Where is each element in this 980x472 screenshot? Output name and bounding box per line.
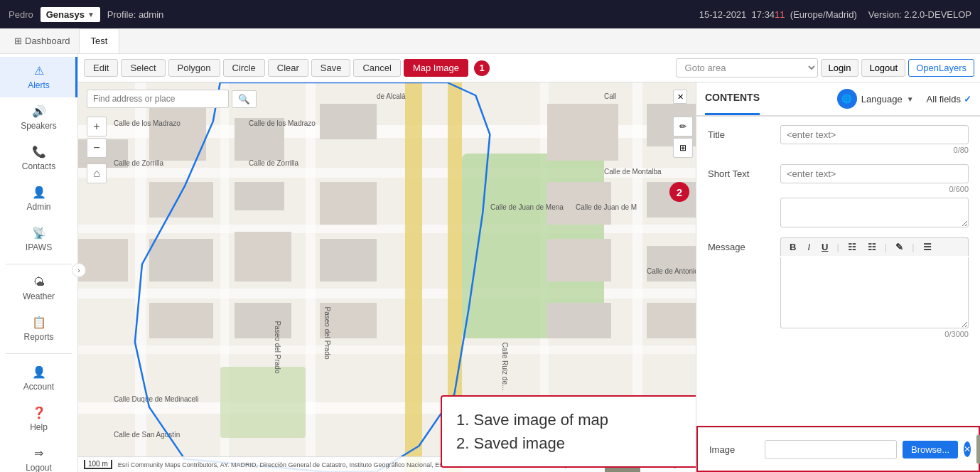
app-selector[interactable]: Genasys ▼ [41,7,100,22]
login-button[interactable]: Login [821,59,859,77]
help-icon: ❓ [32,406,46,419]
unordered-list-button[interactable]: ☷ [863,240,881,254]
contacts-icon: 📞 [32,145,46,159]
browse-button[interactable]: Browse... [903,441,958,458]
layers-button[interactable]: ⊞ [673,138,693,158]
msg-separator-2: | [885,242,887,252]
tabbar: ⊞ Dashboard Test [0,28,980,54]
right-panel: CONTENTS 🌐 Language ▼ All fields ✓ [696,82,980,472]
sidebar-item-help[interactable]: ❓ Help [0,399,77,439]
home-button[interactable]: ⌂ [87,163,107,183]
map-area[interactable]: 🔍 ✕ + − ⌂ ✏ ⊞ Calle de los Madrazo Calle [78,82,696,472]
msg-separator-1: | [836,242,839,252]
all-fields-label: All fields ✓ [927,94,971,104]
zoom-out-button[interactable]: − [87,138,107,158]
circle-button[interactable]: Circle [223,59,265,77]
sidebar-item-speakers[interactable]: 🔊 Speakers [0,97,77,138]
alerts-icon: ⚠ [34,64,44,77]
account-icon: 👤 [32,365,46,379]
sidebar-item-weather[interactable]: 🌤 Weather [0,269,77,309]
topbar-version: Version: 2.2.0-DEVELOP [868,9,971,20]
italic-button[interactable]: I [803,240,814,254]
ipaws-icon: 📡 [32,226,46,240]
image-section: Image Browse... ✕ [696,426,980,472]
language-dropdown-arrow[interactable]: ▼ [907,95,914,103]
sidebar-divider-1 [6,264,72,264]
logout-button[interactable]: Logout [861,59,905,77]
save-button[interactable]: Save [311,59,351,77]
edit-button[interactable]: Edit [84,59,118,77]
topbar-username: Pedro [9,9,33,20]
map-corner-buttons: ✏ ⊞ [673,117,693,158]
sidebar-alerts-label: Alerts [28,80,50,90]
map-search-input[interactable] [87,90,229,108]
sidebar-item-contacts[interactable]: 📞 Contacts [0,138,77,178]
sidebar: › ⚠ Alerts 🔊 Speakers 📞 Contacts 👤 Admin… [0,54,78,472]
polygon-button[interactable]: Polygon [168,59,220,77]
sidebar-item-ipaws[interactable]: 📡 IPAWS [0,219,77,259]
sidebar-help-label: Help [30,422,48,432]
image-preview [976,435,980,463]
select-button[interactable]: Select [121,59,165,77]
app-name: Genasys [46,9,85,20]
short-text-input[interactable] [780,164,969,183]
topbar-datetime: 15-12-2021 17:3411 (Europe/Madrid) [699,9,857,20]
map-callout: 1. Save image of map 2. Saved image [441,395,696,468]
clear-image-button[interactable]: ✕ [964,441,971,457]
sidebar-account-label: Account [23,382,54,392]
panel-header: CONTENTS 🌐 Language ▼ All fields ✓ [696,82,980,117]
contents-tab[interactable]: CONTENTS [705,82,760,115]
admin-icon: 👤 [32,186,46,199]
edit-map-button[interactable]: ✏ [673,117,693,136]
map-search-bar: 🔍 [87,90,257,108]
map-scale: 100 m [84,460,112,469]
zoom-in-button[interactable]: + [87,117,107,136]
image-path-input[interactable] [765,440,897,459]
sidebar-reports-label: Reports [23,332,53,342]
topbar-profile: Profile: admin [107,9,163,20]
sidebar-toggle[interactable]: › [72,263,86,277]
underline-button[interactable]: U [817,240,832,254]
callout-line2: 2. Saved image [456,431,695,455]
callout-text: 1. Save image of map 2. Saved image [456,408,695,455]
topbar: Pedro Genasys ▼ Profile: admin 15-12-202… [0,0,980,28]
message-textarea[interactable] [780,257,969,328]
ordered-list-button[interactable]: ☷ [844,240,861,254]
sidebar-item-account[interactable]: 👤 Account [0,358,77,399]
sidebar-item-admin[interactable]: 👤 Admin [0,178,77,219]
align-button[interactable]: ☰ [919,240,936,254]
map-toolbar: Edit Select Polygon Circle Clear Save Ca… [78,54,980,82]
short-text-field-row: Short Text 0/600 [708,164,969,227]
sidebar-weather-label: Weather [23,291,55,301]
openlayers-button[interactable]: OpenLayers [908,59,974,77]
weather-icon: 🌤 [33,276,45,289]
bold-button[interactable]: B [785,240,800,254]
sidebar-item-reports[interactable]: 📋 Reports [0,309,77,349]
map-search-button[interactable]: 🔍 [232,90,257,108]
map-attribution: Esri Community Maps Contributors, AY. MA… [118,461,473,468]
sidebar-item-logout[interactable]: ⇒ Logout [0,439,77,472]
clear-button[interactable]: Clear [268,59,308,77]
short-text-textarea[interactable] [780,198,969,227]
format-button[interactable]: ✎ [891,240,908,254]
title-field-row: Title 0/80 [708,125,969,154]
badge-2: 2 [669,182,689,202]
content-area: Edit Select Polygon Circle Clear Save Ca… [78,54,980,472]
cancel-button[interactable]: Cancel [353,59,400,77]
sidebar-item-alerts[interactable]: ⚠ Alerts [0,57,77,97]
tab-test[interactable]: Test [79,28,120,53]
title-input[interactable] [780,125,969,144]
sidebar-admin-label: Admin [26,202,50,212]
sidebar-contacts-label: Contacts [22,161,55,171]
map-close-button[interactable]: ✕ [673,90,687,104]
tab-dashboard-label: Dashboard [25,36,70,46]
tab-dashboard[interactable]: ⊞ Dashboard [6,28,79,53]
map-image-button[interactable]: Map Image [404,59,468,77]
auth-buttons: Login Logout OpenLayers [821,59,974,77]
language-label: Language [861,94,903,104]
message-counter: 0/3000 [780,330,969,338]
goto-select[interactable]: Goto area [676,58,818,77]
sidebar-divider-2 [6,353,72,354]
speakers-icon: 🔊 [32,104,46,118]
panel-fields: Title 0/80 Short Text 0/600 [696,117,980,426]
